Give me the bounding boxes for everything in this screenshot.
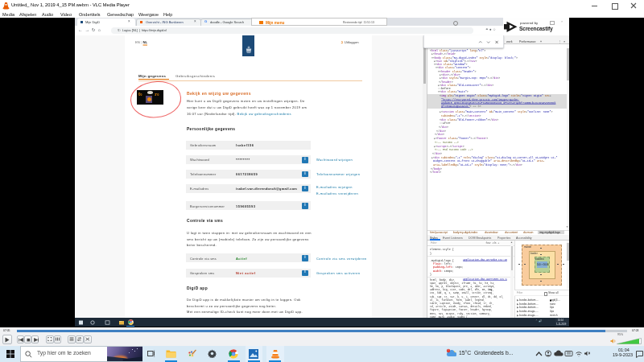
svg-text:!: ! xyxy=(448,349,449,352)
